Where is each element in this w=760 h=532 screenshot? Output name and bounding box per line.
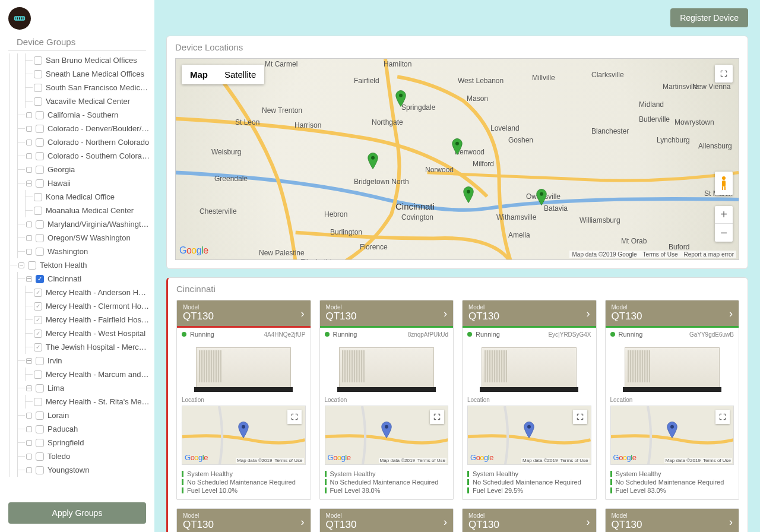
- chevron-right-icon: ›: [587, 307, 590, 319]
- device-card[interactable]: Model QT130 ›: [319, 508, 454, 532]
- tree-item[interactable]: California - Southern: [18, 108, 150, 122]
- device-group-tree[interactable]: San Bruno Medical OfficesSneath Lane Med…: [0, 51, 154, 498]
- tree-item[interactable]: Mercy Health - Clermont Hosp…: [26, 299, 150, 313]
- fullscreen-button[interactable]: [287, 410, 302, 424]
- pegman-icon[interactable]: [715, 172, 733, 195]
- sidebar: Device Groups San Bruno Medical OfficesS…: [0, 0, 154, 532]
- card-header[interactable]: Model QT130 ›: [606, 300, 739, 326]
- chevron-right-icon: ›: [729, 307, 733, 319]
- status-dot: [182, 332, 186, 337]
- map-attribution: Map data ©2019 Google Terms of Use Repor…: [569, 251, 736, 258]
- zoom-control[interactable]: +−: [715, 206, 733, 242]
- logo[interactable]: [0, 0, 154, 32]
- tree-item[interactable]: Youngstown: [18, 463, 150, 477]
- card-header[interactable]: Model QT130 ›: [606, 509, 739, 532]
- sidebar-title: Device Groups: [8, 32, 146, 51]
- chevron-right-icon: ›: [587, 515, 590, 528]
- terms-link[interactable]: Terms of Use: [643, 251, 678, 258]
- map-type-toggle[interactable]: Map Satellite: [182, 65, 264, 84]
- svg-point-2: [371, 156, 375, 160]
- card-header[interactable]: Model QT130 ›: [177, 509, 311, 532]
- svg-point-12: [527, 425, 531, 429]
- fullscreen-button[interactable]: [715, 410, 730, 424]
- tree-item[interactable]: Toledo: [18, 449, 150, 463]
- tree-item[interactable]: Oregon/SW Washington: [18, 231, 150, 245]
- map-city-label: Cincinnati: [395, 201, 435, 211]
- card-header[interactable]: Model QT130 ›: [463, 509, 596, 532]
- tree-item-lima[interactable]: Lima: [18, 381, 150, 395]
- svg-point-3: [455, 142, 459, 145]
- device-card[interactable]: Model QT130 › RunningGaYY9gdE6uwB Locati…: [605, 300, 740, 500]
- tree-item-hawaii[interactable]: Hawaii: [18, 176, 150, 190]
- device-card[interactable]: Model QT130 › RunningEyc|YRDSyG4X Locati…: [462, 300, 597, 500]
- tree-item[interactable]: Mercy Health - Anderson Hos…: [26, 286, 150, 299]
- status-dot: [610, 332, 615, 337]
- tree-item[interactable]: Moanalua Medical Center: [26, 204, 150, 217]
- generator-image: [320, 341, 454, 395]
- card-header[interactable]: Model QT130 ›: [320, 300, 454, 326]
- device-card[interactable]: Model QT130 › Running8znqpAfPUkUd Locati…: [319, 300, 454, 500]
- generator-image: [606, 341, 739, 395]
- google-logo: Google: [328, 453, 351, 462]
- zoom-in-button[interactable]: +: [715, 206, 733, 224]
- status-dot: [325, 332, 330, 337]
- apply-groups-button[interactable]: Apply Groups: [8, 502, 146, 524]
- tab-map[interactable]: Map: [182, 65, 216, 84]
- chevron-right-icon: ›: [444, 307, 447, 319]
- tree-item[interactable]: Maryland/Virginia/Washington D.C.: [18, 217, 150, 231]
- tree-item-irvin[interactable]: Irvin: [18, 354, 150, 368]
- mini-map[interactable]: Google Map data ©2019Terms of Use: [182, 406, 306, 465]
- mini-map[interactable]: Google Map data ©2019Terms of Use: [610, 406, 734, 465]
- mini-map[interactable]: Google Map data ©2019Terms of Use: [325, 406, 449, 465]
- tree-item-cincinnati[interactable]: Cincinnati: [18, 272, 150, 286]
- tree-item[interactable]: Sneath Lane Medical Offices: [26, 67, 150, 81]
- card-header[interactable]: Model QT130 ›: [177, 300, 311, 326]
- tab-satellite[interactable]: Satellite: [216, 65, 264, 84]
- chevron-right-icon: ›: [444, 515, 447, 528]
- tree-item[interactable]: The Jewish Hospital - Mercy …: [26, 340, 150, 354]
- device-card[interactable]: Model QT130 ›: [176, 508, 311, 532]
- svg-point-13: [670, 425, 674, 429]
- tree-item[interactable]: Lorain: [18, 408, 150, 422]
- svg-point-6: [722, 176, 726, 180]
- card-header[interactable]: Model QT130 ›: [463, 300, 596, 326]
- fullscreen-button[interactable]: [573, 410, 587, 424]
- tree-item[interactable]: Kona Medical Office: [26, 190, 150, 204]
- main-map[interactable]: Cincinnati HamiltonFairfieldSpringdaleNo…: [175, 58, 739, 260]
- tree-item[interactable]: Washington: [18, 245, 150, 258]
- card-header[interactable]: Model QT130 ›: [320, 509, 454, 532]
- tree-item[interactable]: Vacaville Medical Center: [26, 94, 150, 108]
- svg-point-5: [540, 192, 543, 195]
- fullscreen-button[interactable]: [430, 410, 444, 424]
- tree-item[interactable]: South San Francisco Medical …: [26, 81, 150, 94]
- tree-item[interactable]: Paducah: [18, 422, 150, 436]
- tree-item[interactable]: Georgia: [18, 163, 150, 176]
- svg-rect-7: [722, 180, 726, 186]
- generator-image: [177, 341, 311, 395]
- tree-item[interactable]: Colorado - Northern Colorado: [18, 135, 150, 149]
- tree-item[interactable]: Springfield: [18, 436, 150, 449]
- status-dot: [467, 332, 472, 337]
- svg-rect-8: [722, 186, 723, 190]
- mini-map[interactable]: Google Map data ©2019Terms of Use: [467, 406, 591, 465]
- fullscreen-button[interactable]: [715, 65, 733, 83]
- device-card[interactable]: Model QT130 › Running4A4HNQe2jfUP Locati…: [176, 300, 311, 500]
- panel-title: Device Locations: [175, 42, 739, 52]
- register-device-button[interactable]: Register Device: [670, 8, 748, 27]
- tree-item-tekton[interactable]: Tekton Health: [10, 258, 150, 272]
- device-card[interactable]: Model QT130 ›: [605, 508, 740, 532]
- google-logo: Google: [179, 245, 208, 256]
- google-logo: Google: [185, 453, 208, 462]
- report-link[interactable]: Report a map error: [684, 251, 734, 258]
- device-card[interactable]: Model QT130 ›: [462, 508, 597, 532]
- zoom-out-button[interactable]: −: [715, 224, 733, 242]
- tree-item[interactable]: Mercy Health - Fairfield Hospital: [26, 313, 150, 327]
- tree-item[interactable]: Colorado - Southern Colorado: [18, 149, 150, 163]
- tree-item[interactable]: Mercy Health - St. Rita's Medi…: [26, 395, 150, 408]
- tree-item[interactable]: San Bruno Medical Offices: [26, 53, 150, 67]
- generator-image: [463, 341, 596, 395]
- tree-item[interactable]: Mercy Health - West Hospital: [26, 327, 150, 340]
- tree-item[interactable]: Colorado - Denver/Boulder/Mou…: [18, 122, 150, 135]
- group-title: Cincinnati: [176, 284, 739, 294]
- tree-item[interactable]: Mercy Health - Marcum and …: [26, 368, 150, 381]
